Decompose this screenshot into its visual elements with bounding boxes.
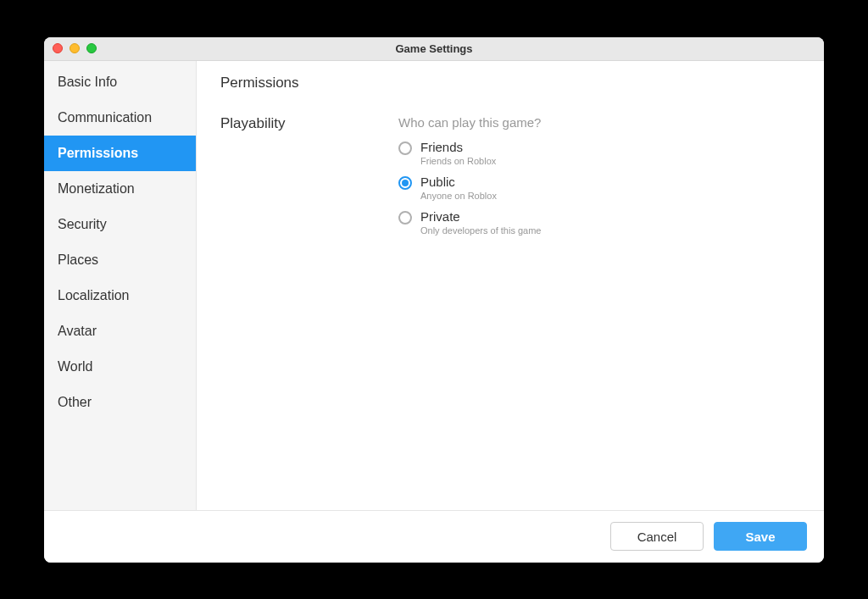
radio-icon xyxy=(398,211,412,225)
save-button[interactable]: Save xyxy=(714,522,807,551)
sidebar-item-avatar[interactable]: Avatar xyxy=(44,313,196,349)
radio-texts: Private Only developers of this game xyxy=(420,209,541,236)
playability-content: Who can play this game? Friends Friends … xyxy=(398,115,800,244)
radio-icon xyxy=(398,141,412,155)
sidebar-item-monetization[interactable]: Monetization xyxy=(44,171,196,207)
radio-option-private[interactable]: Private Only developers of this game xyxy=(398,209,800,236)
sidebar-item-world[interactable]: World xyxy=(44,349,196,385)
minimize-icon[interactable] xyxy=(70,43,80,53)
close-icon[interactable] xyxy=(53,43,63,53)
settings-window: Game Settings Basic Info Communication P… xyxy=(44,37,824,563)
footer: Cancel Save xyxy=(44,510,824,563)
radio-title: Public xyxy=(420,175,497,190)
playability-question: Who can play this game? xyxy=(398,115,800,130)
window-body: Basic Info Communication Permissions Mon… xyxy=(44,61,824,510)
sidebar-item-permissions[interactable]: Permissions xyxy=(44,136,196,171)
maximize-icon[interactable] xyxy=(86,43,97,53)
sidebar-item-communication[interactable]: Communication xyxy=(44,100,196,136)
radio-title: Private xyxy=(420,209,541,225)
radio-texts: Friends Friends on Roblox xyxy=(420,140,496,166)
cancel-button[interactable]: Cancel xyxy=(610,522,704,551)
sidebar-item-localization[interactable]: Localization xyxy=(44,278,196,313)
main-panel: Permissions Playability Who can play thi… xyxy=(197,61,824,510)
radio-texts: Public Anyone on Roblox xyxy=(420,175,497,201)
radio-subtitle: Friends on Roblox xyxy=(420,156,496,166)
radio-subtitle: Anyone on Roblox xyxy=(420,191,497,201)
playability-setting: Playability Who can play this game? Frie… xyxy=(220,115,800,244)
sidebar-item-security[interactable]: Security xyxy=(44,207,196,242)
traffic-lights xyxy=(53,43,97,53)
sidebar-item-other[interactable]: Other xyxy=(44,385,196,420)
radio-subtitle: Only developers of this game xyxy=(420,225,541,236)
titlebar: Game Settings xyxy=(44,37,824,61)
sidebar-item-places[interactable]: Places xyxy=(44,242,196,278)
sidebar-item-basic-info[interactable]: Basic Info xyxy=(44,64,196,100)
sidebar: Basic Info Communication Permissions Mon… xyxy=(44,61,197,510)
section-title: Permissions xyxy=(220,75,800,92)
radio-icon xyxy=(398,176,412,190)
radio-option-public[interactable]: Public Anyone on Roblox xyxy=(398,175,800,201)
radio-title: Friends xyxy=(420,140,496,155)
playability-label: Playability xyxy=(220,115,348,244)
radio-option-friends[interactable]: Friends Friends on Roblox xyxy=(398,140,800,166)
window-title: Game Settings xyxy=(44,42,824,55)
